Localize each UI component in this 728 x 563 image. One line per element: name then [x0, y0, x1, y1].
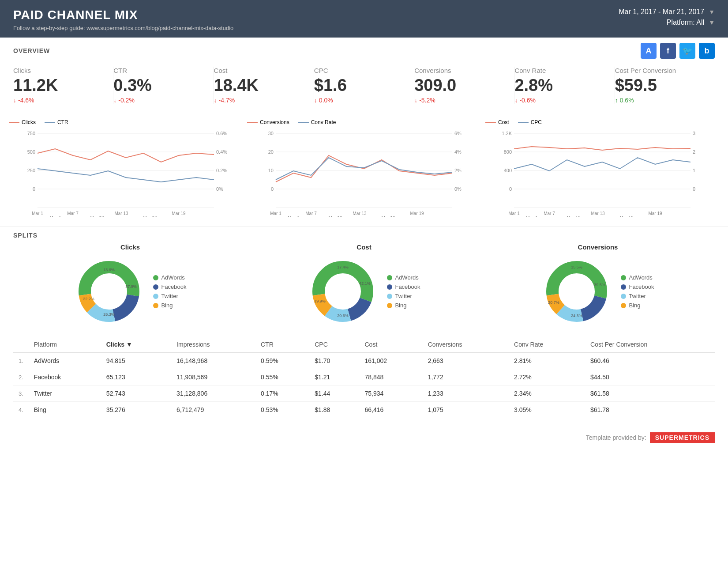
- th-conversions[interactable]: Conversions: [423, 336, 509, 353]
- kpi-value: 11.2K: [13, 76, 104, 95]
- svg-text:Mar 7: Mar 7: [67, 211, 79, 216]
- kpi-label: Clicks: [13, 67, 104, 74]
- svg-text:3: 3: [693, 131, 695, 136]
- svg-text:500: 500: [27, 149, 35, 155]
- donut-cost-svg: 17.4% 42.1% 19.9% 20.6%: [308, 256, 378, 327]
- th-cost[interactable]: Cost: [360, 336, 423, 353]
- svg-text:750: 750: [27, 131, 35, 136]
- legend-cpc-label: CPC: [531, 119, 542, 125]
- row-cost-per-conv: $60.46: [585, 353, 715, 369]
- kpi-arrow: ↓: [514, 97, 518, 104]
- th-ctr[interactable]: CTR: [255, 336, 309, 353]
- kpi-change-value: 0.6%: [620, 97, 634, 104]
- chart-clicks-ctr: Clicks CTR 750 500 250 0 0.6% 0.4% 0.2% …: [9, 119, 243, 219]
- legend-conv-rate: Conv Rate: [298, 119, 336, 125]
- donut-cost: 17.4% 42.1% 19.9% 20.6%: [308, 256, 378, 327]
- th-cost-per-conv[interactable]: Cost Per Conversion: [585, 336, 715, 353]
- kpi-change-value: -0.2%: [118, 97, 135, 104]
- split-cost: Cost 17.4% 42.1% 19.9% 20.6%: [247, 243, 481, 327]
- svg-text:Mar 19: Mar 19: [172, 211, 186, 216]
- split-conversions: Conversions 15.5% 39.5% 20.7% 24.3%: [481, 243, 715, 327]
- splits-row: Clicks 13.6%: [13, 243, 715, 327]
- svg-text:Mar 19: Mar 19: [410, 211, 424, 216]
- legend-adwords-cost: AdWords: [387, 274, 420, 281]
- legend-cost: Cost: [485, 119, 509, 125]
- split-conversions-inner: 15.5% 39.5% 20.7% 24.3% AdWords Facebook…: [541, 256, 654, 327]
- svg-text:400: 400: [504, 168, 512, 173]
- legend-bing-cost: Bing: [387, 302, 420, 309]
- legend-bing-clicks: Bing: [153, 302, 186, 309]
- svg-text:Mar 4: Mar 4: [526, 215, 537, 217]
- kpi-change: ↓ 0.0%: [314, 97, 405, 104]
- th-impressions[interactable]: Impressions: [171, 336, 255, 353]
- legend-cost-label: Cost: [498, 119, 509, 125]
- kpi-value: $59.5: [615, 76, 706, 95]
- svg-text:22.2%: 22.2%: [83, 297, 95, 301]
- split-cost-title: Cost: [356, 243, 371, 251]
- th-platform: Platform: [29, 336, 101, 353]
- date-range[interactable]: Mar 1, 2017 - Mar 21, 2017 ▼: [619, 8, 715, 16]
- kpi-item-cost: Cost 18.4K ↓ -4.7%: [214, 67, 314, 104]
- kpi-arrow: ↓: [414, 97, 417, 104]
- platform-table: Platform Clicks ▼ Impressions CTR CPC Co…: [13, 336, 715, 418]
- dot-bing-cost: [387, 303, 392, 308]
- row-cpc: $1.44: [309, 385, 359, 402]
- dot-twitter-conv: [621, 294, 626, 299]
- legend-line-cpc: [518, 122, 529, 123]
- svg-text:30: 30: [268, 131, 274, 136]
- svg-text:0: 0: [693, 186, 695, 192]
- row-platform: Bing: [29, 402, 101, 418]
- donut-conversions: 15.5% 39.5% 20.7% 24.3%: [541, 256, 612, 327]
- kpi-change: ↑ 0.6%: [615, 97, 706, 104]
- date-range-chevron: ▼: [709, 8, 715, 15]
- row-clicks: 35,276: [101, 402, 171, 418]
- bing-icon: b: [699, 43, 715, 59]
- row-impressions: 31,128,806: [171, 385, 255, 402]
- row-conv-rate: 3.05%: [509, 402, 585, 418]
- row-cost: 75,934: [360, 385, 423, 402]
- legend-conv-rate-label: Conv Rate: [311, 119, 336, 125]
- table-row: 4. Bing 35,276 6,712,479 0.53% $1.88 66,…: [13, 402, 715, 418]
- splits-section: SPLITS Clicks: [0, 227, 728, 332]
- row-conv-rate: 2.81%: [509, 353, 585, 369]
- svg-text:2: 2: [693, 149, 695, 155]
- th-conv-rate[interactable]: Conv Rate: [509, 336, 585, 353]
- kpi-change-value: 0.0%: [319, 97, 333, 104]
- row-cost-per-conv: $61.78: [585, 402, 715, 418]
- th-clicks[interactable]: Clicks ▼: [101, 336, 171, 353]
- svg-text:Mar 1: Mar 1: [32, 211, 43, 216]
- kpi-change: ↓ -4.7%: [214, 97, 305, 104]
- kpi-label: CTR: [113, 67, 204, 74]
- platform-selector[interactable]: Platform: All ▼: [619, 19, 715, 26]
- split-clicks-inner: 13.6% 37.9% 22.2% 26.3% AdWords Facebook…: [74, 256, 186, 327]
- kpi-arrow: ↑: [615, 97, 618, 104]
- row-conversions: 1,075: [423, 402, 509, 418]
- legend-facebook-clicks: Facebook: [153, 283, 186, 290]
- kpi-change-value: -4.7%: [219, 97, 235, 104]
- svg-text:0%: 0%: [454, 186, 462, 192]
- row-platform: AdWords: [29, 353, 101, 369]
- svg-text:800: 800: [504, 149, 512, 155]
- chart3-legend: Cost CPC: [485, 119, 719, 125]
- table-body: 1. AdWords 94,815 16,148,968 0.59% $1.70…: [13, 353, 715, 418]
- kpi-change-value: -5.2%: [419, 97, 435, 104]
- legend-twitter-clicks: Twitter: [153, 293, 186, 299]
- svg-text:Mar 13: Mar 13: [353, 211, 367, 216]
- page-title: PAID CHANNEL MIX: [13, 8, 233, 22]
- kpi-label: Cost Per Conversion: [615, 67, 706, 74]
- row-clicks: 94,815: [101, 353, 171, 369]
- svg-text:20: 20: [268, 149, 274, 155]
- svg-text:Mar 13: Mar 13: [591, 211, 605, 216]
- dot-facebook-cost: [387, 284, 392, 290]
- split-cost-inner: 17.4% 42.1% 19.9% 20.6% AdWords Facebook…: [308, 256, 420, 327]
- legend-ctr-label: CTR: [57, 119, 68, 125]
- legend-line-conversions: [247, 122, 258, 123]
- svg-text:1: 1: [693, 168, 695, 173]
- svg-text:0.4%: 0.4%: [216, 149, 227, 155]
- split-conversions-title: Conversions: [578, 243, 618, 251]
- svg-text:Mar 10: Mar 10: [567, 215, 581, 217]
- th-cpc[interactable]: CPC: [309, 336, 359, 353]
- dot-adwords-conv: [621, 275, 626, 280]
- svg-text:10: 10: [268, 168, 274, 173]
- dot-facebook: [153, 284, 158, 290]
